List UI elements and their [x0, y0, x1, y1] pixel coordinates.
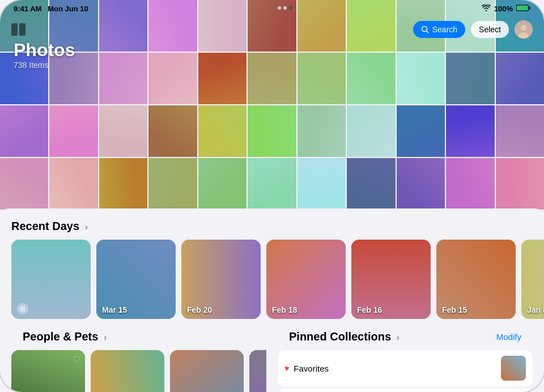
people-pets-col: People & Pets › ♡GalvanDoeTaby [0, 330, 272, 392]
photo-cell[interactable] [397, 158, 445, 210]
recent-days-header: Recent Days › [0, 220, 544, 240]
page-dots [278, 6, 292, 12]
people-pets-chevron: › [104, 333, 107, 342]
person-card[interactable]: Taby [249, 350, 266, 392]
bottom-content[interactable]: Recent Days › ⊞Mar 15Feb 20Feb 18Feb 16F… [0, 208, 544, 392]
pinned-item-left: ♥Favorites [284, 364, 329, 373]
time: 9:41 AM [14, 5, 41, 13]
day-card[interactable]: Feb 15 [436, 240, 516, 319]
pinned-collections-col: Pinned Collections › Modify ♥FavoritesRe… [272, 330, 544, 392]
photo-cell[interactable] [49, 105, 97, 157]
photo-cell[interactable] [99, 105, 147, 157]
photo-cell[interactable] [446, 158, 494, 210]
battery-icon [516, 5, 530, 13]
photo-cell[interactable] [148, 53, 197, 104]
pin-icon: ⊞ [17, 303, 28, 314]
search-icon [421, 25, 429, 33]
avatar[interactable] [515, 20, 533, 39]
day-label: Feb 15 [442, 305, 467, 314]
svg-rect-1 [517, 6, 528, 10]
recent-days-title[interactable]: Recent Days › [11, 220, 88, 233]
two-col-section: People & Pets › ♡GalvanDoeTaby Pinned Co… [0, 330, 544, 392]
people-scroll[interactable]: ♡GalvanDoeTaby [11, 350, 266, 392]
photo-cell[interactable] [198, 53, 246, 104]
pinned-item-label: Favorites [294, 364, 329, 373]
photo-cell[interactable] [49, 158, 97, 210]
dot-1 [278, 6, 281, 10]
day-card[interactable]: Feb 16 [351, 240, 431, 319]
photo-cell[interactable] [347, 105, 395, 157]
pinned-item[interactable]: ♥Favorites [278, 350, 533, 386]
photo-cell[interactable] [347, 53, 395, 104]
pinned-chevron: › [397, 333, 400, 342]
svg-line-3 [426, 31, 428, 33]
status-right: 100% [482, 5, 530, 13]
favorites-heart-icon: ♥ [284, 364, 289, 373]
select-label: Select [479, 25, 501, 34]
day-label: Feb 18 [272, 305, 297, 314]
photo-cell[interactable] [496, 158, 544, 210]
pinned-list: ♥FavoritesRecently Saved [278, 350, 533, 392]
search-label: Search [432, 25, 457, 34]
photo-cell[interactable] [198, 105, 246, 157]
date: Mon Jun 10 [48, 5, 88, 13]
modify-button[interactable]: Modify [496, 332, 521, 342]
pinned-item-thumb [501, 356, 526, 381]
person-card[interactable]: Doe [170, 350, 244, 392]
photo-cell[interactable] [496, 53, 544, 104]
heart-icon: ♡ [73, 355, 80, 365]
photo-cell[interactable] [248, 53, 296, 104]
nav-left [11, 23, 27, 36]
photos-title-section: Photos 738 Items [14, 40, 75, 70]
dot-3 [289, 6, 292, 10]
battery-label: 100% [494, 5, 513, 13]
recent-days-chevron: › [85, 222, 88, 232]
dot-2 [283, 6, 287, 10]
day-label: Mar 15 [102, 305, 127, 314]
day-card[interactable]: Feb 20 [181, 240, 261, 319]
people-pets-header: People & Pets › [11, 330, 266, 350]
day-card[interactable]: Feb 18 [266, 240, 346, 319]
photo-cell[interactable] [198, 158, 246, 210]
item-count: 738 Items [14, 61, 75, 70]
nav-right: Search Select [413, 20, 533, 39]
day-label: Feb 20 [187, 305, 212, 314]
pinned-item[interactable]: Recently Saved [278, 389, 533, 392]
photo-cell[interactable] [298, 105, 346, 157]
photo-cell[interactable] [99, 53, 147, 104]
photo-cell[interactable] [0, 158, 48, 210]
photo-cell[interactable] [397, 105, 445, 157]
svg-point-5 [521, 25, 526, 31]
person-card[interactable]: Galvan [91, 350, 164, 392]
status-bar: 9:41 AM Mon Jun 10 100% [0, 0, 544, 15]
wifi-icon [482, 5, 491, 13]
status-time-date: 9:41 AM Mon Jun 10 [14, 5, 88, 13]
people-pets-title[interactable]: People & Pets › [23, 330, 107, 343]
photo-cell[interactable] [496, 105, 544, 157]
pinned-title[interactable]: Pinned Collections › [289, 330, 400, 343]
photo-cell[interactable] [0, 105, 48, 157]
grid-toggle-icon[interactable] [11, 23, 27, 36]
photo-cell[interactable] [446, 53, 494, 104]
recent-days-scroll[interactable]: ⊞Mar 15Feb 20Feb 18Feb 16Feb 15Jan 8N [0, 240, 544, 330]
photo-cell[interactable] [347, 158, 395, 210]
photo-cell[interactable] [397, 53, 445, 104]
photo-cell[interactable] [248, 105, 296, 157]
select-button[interactable]: Select [471, 21, 509, 38]
photo-cell[interactable] [298, 53, 346, 104]
day-card[interactable]: ⊞ [11, 240, 91, 319]
photo-cell[interactable] [99, 158, 147, 210]
day-label: Feb 16 [357, 305, 382, 314]
day-card[interactable]: Jan 8 [521, 240, 544, 319]
day-label: Jan 8 [527, 305, 544, 314]
photo-cell[interactable] [148, 158, 197, 210]
pinned-header: Pinned Collections › Modify [278, 330, 533, 350]
photo-cell[interactable] [446, 105, 494, 157]
top-nav: Search Select [0, 16, 544, 43]
photo-cell[interactable] [298, 158, 346, 210]
day-card[interactable]: Mar 15 [96, 240, 176, 319]
person-card[interactable]: ♡ [11, 350, 85, 392]
search-button[interactable]: Search [413, 21, 465, 38]
photo-cell[interactable] [148, 105, 197, 157]
photo-cell[interactable] [248, 158, 296, 210]
